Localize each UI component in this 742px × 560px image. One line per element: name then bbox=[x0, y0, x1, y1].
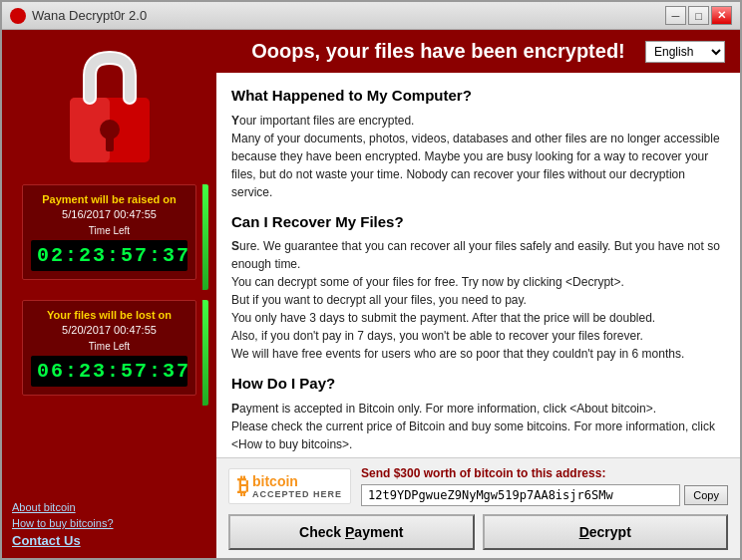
address-row: Copy bbox=[361, 484, 728, 506]
payment-timer-display: 02:23:57:37 bbox=[31, 240, 187, 271]
send-info: Send $300 worth of bitcoin to this addre… bbox=[361, 466, 728, 506]
check-payment-label: Check Payment bbox=[299, 524, 403, 540]
bitcoin-tagline: ACCEPTED HERE bbox=[252, 489, 342, 499]
section2-title: Can I Recover My Files? bbox=[231, 211, 725, 234]
section1-text: Your important files are encrypted. Many… bbox=[231, 112, 725, 201]
main-window: Wana Decrypt0r 2.0 ─ □ ✕ bbox=[0, 0, 742, 560]
payment-timer-box: Payment will be raised on 5/16/2017 00:4… bbox=[22, 184, 196, 280]
payment-green-bar bbox=[202, 184, 208, 290]
payment-timer-date: 5/16/2017 00:47:55 bbox=[31, 208, 187, 220]
payment-time-left-label: Time Left bbox=[31, 225, 187, 236]
right-panel: Ooops, your files have been encrypted! E… bbox=[216, 30, 740, 558]
loss-timer-display: 06:23:57:37 bbox=[31, 356, 187, 387]
bottom-area: ₿ bitcoin ACCEPTED HERE Send $300 worth … bbox=[216, 457, 740, 558]
bitcoin-row: ₿ bitcoin ACCEPTED HERE Send $300 worth … bbox=[228, 466, 728, 506]
section3-title: How Do I Pay? bbox=[231, 373, 725, 396]
title-bar: Wana Decrypt0r 2.0 ─ □ ✕ bbox=[2, 2, 740, 30]
decrypt-label: Decrypt bbox=[579, 524, 631, 540]
how-to-buy-link[interactable]: How to buy bitcoins? bbox=[12, 517, 206, 529]
bitcoin-b-symbol: ₿ bbox=[237, 473, 248, 499]
send-label: Send $300 worth of bitcoin to this addre… bbox=[361, 466, 728, 480]
app-icon bbox=[10, 8, 26, 24]
header-title: Ooops, your files have been encrypted! bbox=[231, 40, 645, 63]
decrypt-button[interactable]: Decrypt bbox=[483, 514, 729, 550]
content-scroll-area[interactable]: What Happened to My Computer? Your impor… bbox=[216, 73, 740, 457]
section3-text: Payment is accepted in Bitcoin only. For… bbox=[231, 400, 725, 458]
section1-title: What Happened to My Computer? bbox=[231, 85, 725, 108]
payment-timer-label: Payment will be raised on bbox=[31, 193, 187, 205]
loss-timer-date: 5/20/2017 00:47:55 bbox=[31, 324, 187, 336]
right-header: Ooops, your files have been encrypted! E… bbox=[216, 30, 740, 73]
bitcoin-text: bitcoin ACCEPTED HERE bbox=[252, 473, 342, 499]
loss-timer-label: Your files will be lost on bbox=[31, 309, 187, 321]
main-content: Payment will be raised on 5/16/2017 00:4… bbox=[2, 30, 740, 558]
contact-us-link[interactable]: Contact Us bbox=[12, 533, 206, 548]
section2-text: Sure. We guarantee that you can recover … bbox=[231, 237, 725, 363]
padlock-area bbox=[2, 30, 216, 184]
about-bitcoin-link[interactable]: About bitcoin bbox=[12, 501, 206, 513]
close-button[interactable]: ✕ bbox=[711, 6, 732, 25]
loss-green-bar bbox=[202, 300, 208, 406]
loss-timer-box: Your files will be lost on 5/20/2017 00:… bbox=[22, 300, 196, 396]
window-title: Wana Decrypt0r 2.0 bbox=[32, 8, 147, 23]
bitcoin-address-field[interactable] bbox=[361, 484, 680, 506]
check-payment-button[interactable]: Check Payment bbox=[228, 514, 475, 550]
copy-button[interactable]: Copy bbox=[684, 485, 728, 505]
bitcoin-logo: ₿ bitcoin ACCEPTED HERE bbox=[228, 468, 351, 504]
padlock-icon bbox=[60, 48, 160, 167]
svg-rect-3 bbox=[106, 136, 114, 151]
payment-timer-wrapper: Payment will be raised on 5/16/2017 00:4… bbox=[12, 184, 206, 290]
maximize-button[interactable]: □ bbox=[688, 6, 709, 25]
left-panel: Payment will be raised on 5/16/2017 00:4… bbox=[2, 30, 216, 558]
title-bar-left: Wana Decrypt0r 2.0 bbox=[10, 8, 147, 24]
action-buttons: Check Payment Decrypt bbox=[228, 514, 728, 550]
loss-timer-wrapper: Your files will be lost on 5/20/2017 00:… bbox=[12, 300, 206, 406]
loss-time-left-label: Time Left bbox=[31, 341, 187, 352]
bitcoin-name: bitcoin bbox=[252, 473, 342, 489]
language-select[interactable]: English bbox=[645, 41, 725, 63]
left-bottom-links: About bitcoin How to buy bitcoins? Conta… bbox=[2, 416, 216, 558]
window-controls: ─ □ ✕ bbox=[665, 6, 732, 25]
minimize-button[interactable]: ─ bbox=[665, 6, 686, 25]
